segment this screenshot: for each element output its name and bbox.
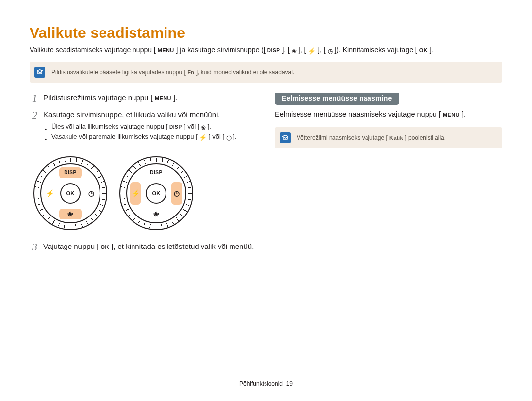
flash-icon [308, 47, 316, 54]
right-text: Eelmisesse menüüsse naasmiseks vajutage … [275, 109, 502, 120]
step-number: 2 [30, 109, 37, 149]
dial-disp-pad: DISP [145, 167, 167, 178]
timer-icon: ◷ [174, 190, 180, 197]
page-title: Valikute seadistamine [30, 25, 502, 41]
intro-part7: ]. [430, 46, 433, 54]
ok-icon: OK [101, 245, 109, 250]
menu-icon: MENU [155, 96, 171, 101]
dial-flash-pad: ⚡ [130, 182, 141, 205]
b2-post: ]. [233, 133, 236, 140]
note1-post: ], kuid mõned valikud ei ole saadaval. [196, 69, 294, 76]
b1-mid: ] või [ [184, 123, 199, 130]
info-icon [280, 132, 291, 143]
step-body: Vajutage nuppu [ OK ], et kinnitada esil… [43, 241, 254, 253]
dial-flash-pad: ⚡ [44, 182, 55, 205]
b2-mid: ] või [ [209, 133, 224, 140]
menu-icon: MENU [443, 112, 460, 118]
footer-label: Põhifunktsioonid [239, 380, 283, 387]
intro-part5: ], [ [318, 46, 326, 54]
dial-ok-button: OK [146, 183, 166, 204]
intro-part3: ], [ [282, 46, 290, 54]
intro-part1: Valikute seadistamiseks vajutage nuppu [ [30, 46, 156, 54]
footer-page: 19 [286, 380, 293, 387]
step3-post: ], et kinnitada esiletõstetud valik või … [111, 242, 254, 250]
step1-post: ]. [173, 93, 177, 102]
rnote-pre: Võtterežiimi naasmiseks vajutage [ [297, 134, 388, 141]
disp-label: DISP [64, 170, 77, 175]
b1-post: ]. [208, 123, 211, 130]
step-body: Pildistusrežiimis vajutage nuppu [ MENU … [43, 93, 177, 104]
bullet-list: Üles või alla liikumiseks vajutage nuppu… [43, 122, 237, 142]
disp-icon: DISP [169, 125, 182, 130]
dial-row: DISP ❀ ⚡ ◷ OK DISP ❀ ⚡ ◷ OK [33, 156, 257, 230]
b2-pre: Vasakule või paremale liikumiseks vajuta… [51, 133, 198, 140]
dial-macro-pad: ❀ [59, 209, 82, 219]
step-2: 2 Kasutage sirvimisnuppe, et liikuda val… [30, 109, 257, 149]
flash-icon [199, 134, 207, 141]
nav-dial-vertical: DISP ❀ ⚡ ◷ OK [33, 156, 107, 230]
note-text: Võtterežiimi naasmiseks vajutage [ Katik… [297, 134, 446, 141]
macro-icon: ❀ [67, 211, 73, 217]
dial-timer-pad: ◷ [86, 182, 97, 205]
page-footer: Põhifunktsioonid 19 [0, 380, 532, 387]
step1-pre: Pildistusrežiimis vajutage nuppu [ [43, 93, 153, 102]
intro-part2: ] ja kasutage sirvimisnuppe ([ [176, 46, 266, 54]
dial-ok-button: OK [60, 183, 81, 204]
info-icon [34, 67, 45, 78]
fn-icon: Fn [187, 70, 194, 75]
macro-icon [201, 124, 206, 131]
flash-icon: ⚡ [46, 190, 54, 197]
subheading-bar: Eelmisesse menüüsse naasmine [275, 93, 399, 105]
ok-icon: OK [419, 48, 428, 53]
macro-icon [292, 47, 297, 54]
dial-disp-pad: DISP [59, 167, 82, 178]
step3-pre: Vajutage nuppu [ [43, 242, 99, 250]
bullet-item: Vasakule või paremale liikumiseks vajuta… [43, 132, 237, 142]
left-column: 1 Pildistusrežiimis vajutage nuppu [ MEN… [30, 93, 257, 258]
note-text: Pildistusvalikutele pääsete ligi ka vaju… [51, 69, 294, 76]
note-box-right: Võtterežiimi naasmiseks vajutage [ Katik… [275, 127, 502, 148]
nav-dial-horizontal: DISP ❀ ⚡ ◷ OK [119, 156, 193, 230]
dial-macro-pad: ❀ [145, 209, 167, 219]
disp-icon: DISP [267, 48, 280, 53]
step-number: 1 [30, 93, 37, 104]
flash-icon: ⚡ [132, 190, 140, 197]
timer-icon [226, 134, 232, 141]
intro-part4: ], [ [299, 46, 306, 54]
dial-timer-pad: ◷ [171, 182, 182, 205]
rnote-post: ] poolenisti alla. [405, 134, 446, 141]
step-1: 1 Pildistusrežiimis vajutage nuppu [ MEN… [30, 93, 257, 104]
timer-icon: ◷ [88, 190, 94, 197]
intro-text: Valikute seadistamiseks vajutage nuppu [… [30, 44, 502, 55]
step-number: 3 [30, 241, 37, 253]
shutter-label: Katik [389, 135, 403, 141]
note1-pre: Pildistusvalikutele pääsete ligi ka vaju… [51, 69, 186, 76]
note-box-top: Pildistusvalikutele pääsete ligi ka vaju… [30, 62, 502, 83]
intro-part6: ]). Kinnitamiseks vajutage [ [334, 46, 417, 54]
right-column: Eelmisesse menüüsse naasmine Eelmisesse … [275, 93, 502, 258]
menu-icon: MENU [158, 48, 174, 53]
rtext-post: ]. [462, 110, 466, 118]
b1-pre: Üles või alla liikumiseks vajutage nuppu… [51, 123, 167, 130]
step-3: 3 Vajutage nuppu [ OK ], et kinnitada es… [30, 241, 257, 253]
rtext-pre: Eelmisesse menüüsse naasmiseks vajutage … [275, 110, 441, 118]
step-body: Kasutage sirvimisnuppe, et liikuda valik… [43, 109, 237, 149]
disp-label: DISP [150, 170, 163, 175]
macro-icon: ❀ [153, 211, 159, 217]
step2-text: Kasutage sirvimisnuppe, et liikuda valik… [43, 110, 220, 119]
bullet-item: Üles või alla liikumiseks vajutage nuppu… [43, 122, 237, 132]
timer-icon [328, 47, 333, 54]
